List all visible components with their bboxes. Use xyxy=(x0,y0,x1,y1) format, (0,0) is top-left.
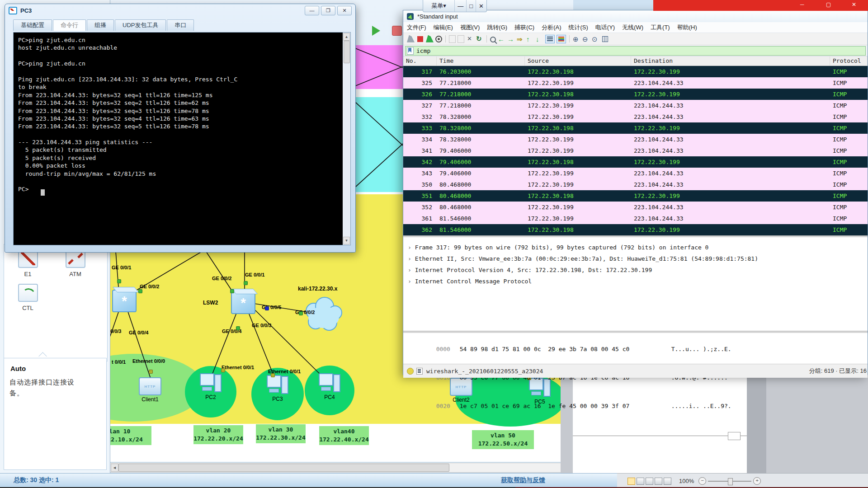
menu-item[interactable]: 跳转(G) xyxy=(483,23,511,32)
capture-restart-icon[interactable] xyxy=(426,35,434,43)
minimize-button[interactable]: — xyxy=(305,6,319,15)
menu-item[interactable]: 电话(Y) xyxy=(592,23,618,32)
capture-comment-icon[interactable] xyxy=(416,368,423,375)
close-button[interactable]: ✕ xyxy=(337,6,352,15)
expand-chevron-icon[interactable]: › xyxy=(408,244,411,251)
menu-item[interactable]: 文件(F) xyxy=(403,23,430,32)
terminal-scroll-thumb[interactable] xyxy=(344,41,350,63)
vm-maximize-button[interactable]: □ xyxy=(467,0,476,12)
zoom-slider-thumb[interactable] xyxy=(728,478,733,485)
menu-item[interactable]: 帮助(H) xyxy=(674,23,701,32)
go-last-icon[interactable] xyxy=(536,35,543,43)
open-file-icon[interactable] xyxy=(449,35,456,43)
pc3-tab[interactable]: 命令行 xyxy=(53,19,86,31)
column-time[interactable]: Time xyxy=(437,56,525,66)
packet-row[interactable]: 352 80.468000 172.22.30.199 223.104.244.… xyxy=(403,202,868,213)
menu-item[interactable]: 捕获(C) xyxy=(511,23,538,32)
capture-stop-icon[interactable] xyxy=(417,36,423,42)
menu-item[interactable]: 分析(A) xyxy=(538,23,565,32)
menu-item[interactable]: 无线(W) xyxy=(618,23,647,32)
menu-item[interactable]: 工具(T) xyxy=(647,23,674,32)
hex-line[interactable]: 000054 89 98 d1 75 81 00 0c 29 ee 3b 7a … xyxy=(403,335,868,363)
sep[interactable] xyxy=(445,35,446,42)
packet-row[interactable]: 332 78.328000 172.22.30.199 223.104.244.… xyxy=(403,111,868,122)
expert-info-icon[interactable] xyxy=(407,368,414,375)
full-screen-view-icon[interactable] xyxy=(637,478,644,485)
zoom-out-icon[interactable] xyxy=(582,35,590,43)
expand-chevron-icon[interactable]: › xyxy=(408,267,411,273)
palette-item[interactable]: E1 xyxy=(4,250,52,277)
close-file-icon[interactable] xyxy=(466,35,474,43)
packet-row[interactable]: 362 81.546000 172.22.30.198 172.22.30.19… xyxy=(403,224,868,235)
help-feedback-link[interactable]: 获取帮助与反馈 xyxy=(501,476,545,484)
zoom-out-button[interactable]: − xyxy=(698,477,706,485)
packet-row[interactable]: 361 81.546000 172.22.30.199 223.104.244.… xyxy=(403,213,868,224)
go-to-packet-icon[interactable] xyxy=(517,35,524,43)
vm-close-button[interactable]: ✕ xyxy=(476,0,486,12)
sep[interactable] xyxy=(486,35,487,42)
column-source[interactable]: Source xyxy=(525,56,631,66)
packet-row[interactable]: 350 80.468000 172.22.30.199 223.104.244.… xyxy=(403,179,868,190)
zoom-in-button[interactable]: + xyxy=(753,477,761,485)
hscroll-thumb[interactable] xyxy=(118,464,449,472)
outline-view-icon[interactable] xyxy=(655,478,662,485)
packet-row[interactable]: 342 79.406000 172.22.30.198 172.22.30.19… xyxy=(403,156,868,168)
reload-file-icon[interactable] xyxy=(476,35,483,43)
hex-line[interactable]: 00201e c7 05 01 ce 69 ac 16 1e fe 45 00 … xyxy=(403,392,868,420)
draft-view-icon[interactable] xyxy=(664,478,671,485)
go-forward-icon[interactable] xyxy=(507,35,515,43)
pc3-tab[interactable]: 基础配置 xyxy=(13,19,52,31)
scroll-up-icon[interactable]: ▲ xyxy=(343,33,350,41)
zoom-reset-icon[interactable] xyxy=(592,35,599,43)
start-devices-button[interactable] xyxy=(370,24,382,37)
device-icon[interactable]: HTTP Client1 xyxy=(134,377,166,403)
column-no[interactable]: No. xyxy=(403,56,437,66)
terminal-output[interactable]: PC>ping zjut.edu.cnhost zjut.edu.cn unre… xyxy=(14,33,342,245)
go-back-icon[interactable] xyxy=(498,35,505,43)
packet-row[interactable]: 317 76.203000 172.22.30.198 172.22.30.19… xyxy=(403,66,868,77)
vm-minimize-button[interactable]: — xyxy=(455,0,467,12)
menu-item[interactable]: 视图(V) xyxy=(457,23,483,32)
packet-row[interactable]: 351 80.468000 172.22.30.198 172.22.30.19… xyxy=(403,190,868,202)
packet-row[interactable]: 326 77.218000 172.22.30.198 172.22.30.19… xyxy=(403,89,868,100)
packet-row[interactable]: 333 78.328000 172.22.30.198 172.22.30.19… xyxy=(403,122,868,134)
sep[interactable] xyxy=(569,35,570,42)
pc3-tab[interactable]: 组播 xyxy=(87,19,114,31)
device-icon[interactable]: PC3 xyxy=(262,375,293,402)
red-window-titlebar[interactable]: ─ ▢ ✕ xyxy=(653,0,868,11)
filter-bookmark-icon[interactable] xyxy=(407,47,414,55)
pc3-titlebar[interactable]: PC3 — ❐ ✕ xyxy=(5,4,355,17)
save-file-icon[interactable] xyxy=(458,35,464,43)
device-icon[interactable]: PC2 xyxy=(195,373,226,400)
column-destination[interactable]: Destination xyxy=(631,56,830,66)
zoom-slider[interactable] xyxy=(708,481,751,482)
detail-line[interactable]: ›Ethernet II, Src: Vmware_ee:3b:7a (00:0… xyxy=(408,253,868,264)
detail-line[interactable]: ›Internet Protocol Version 4, Src: 172.2… xyxy=(408,264,868,276)
scroll-down-icon[interactable]: ▼ xyxy=(343,237,350,244)
packet-row[interactable]: 334 78.328000 172.22.30.199 223.104.244.… xyxy=(403,134,868,145)
maximize-button[interactable]: ❐ xyxy=(321,6,335,15)
display-filter-input[interactable]: icmp xyxy=(405,46,866,56)
device-icon[interactable]: PC4 xyxy=(314,373,345,400)
column-protocol[interactable]: Protocol xyxy=(830,56,868,66)
expand-chevron-icon[interactable]: › xyxy=(408,255,411,262)
web-layout-view-icon[interactable] xyxy=(646,478,653,485)
red-minimize-button[interactable]: ─ xyxy=(800,1,804,8)
zoom-in-icon[interactable] xyxy=(573,35,580,43)
palette-item[interactable]: CTL xyxy=(4,284,52,311)
terminal-scrollbar[interactable]: ▲ ▼ xyxy=(343,33,350,245)
find-packet-icon[interactable] xyxy=(490,37,496,42)
canvas-hscrollbar[interactable]: ◄ ► xyxy=(110,463,572,473)
scroll-left-icon[interactable]: ◄ xyxy=(111,464,118,472)
expand-chevron-icon[interactable]: › xyxy=(408,278,411,285)
resize-columns-icon[interactable] xyxy=(601,35,609,43)
go-first-icon[interactable] xyxy=(526,35,534,43)
vm-menu-button[interactable]: 菜单▾ xyxy=(423,0,455,12)
menu-item[interactable]: 统计(S) xyxy=(565,23,591,32)
red-maximize-button[interactable]: ▢ xyxy=(826,1,831,8)
capture-options-icon[interactable] xyxy=(435,36,442,42)
packet-row[interactable]: 343 79.406000 172.22.30.199 223.104.244.… xyxy=(403,168,868,179)
switch-lsw1-icon[interactable]: * xyxy=(112,290,137,312)
detail-line[interactable]: ›Internet Control Message Protocol xyxy=(408,276,868,287)
stop-devices-button[interactable] xyxy=(391,24,403,37)
